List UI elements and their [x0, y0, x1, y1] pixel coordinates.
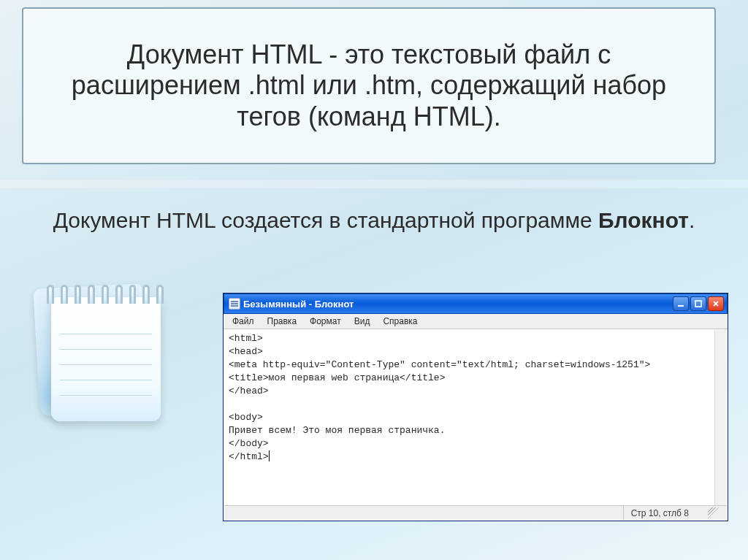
text-caret	[269, 450, 270, 461]
notepad-app-icon	[29, 272, 168, 418]
subtitle-text-bold: Блокнот	[598, 208, 689, 232]
close-icon	[712, 300, 720, 307]
maximize-button[interactable]	[690, 296, 706, 311]
subtitle-text-pre: Документ HTML создается в стандартной пр…	[53, 208, 598, 232]
slide-title-text: Документ HTML - это текстовый файл с рас…	[45, 39, 692, 132]
minimize-icon	[677, 300, 684, 307]
decorative-stripe	[0, 180, 748, 188]
titlebar[interactable]: Безымянный - Блокнот	[224, 294, 728, 314]
notepad-icon-page	[51, 297, 161, 421]
statusbar: Стр 10, стлб 8	[224, 505, 727, 520]
editor-area[interactable]: <html> <head> <meta http-equiv="Content-…	[224, 330, 727, 505]
notepad-icon-lines	[60, 319, 152, 407]
menubar: Файл Правка Формат Вид Справка	[224, 314, 728, 329]
minimize-button[interactable]	[673, 296, 689, 311]
presentation-slide: Документ HTML - это текстовый файл с рас…	[0, 0, 748, 560]
svg-rect-0	[678, 305, 684, 307]
notepad-file-icon	[229, 298, 240, 310]
slide-title-box: Документ HTML - это текстовый файл с рас…	[22, 7, 716, 164]
cursor-position: Стр 10, стлб 8	[623, 506, 705, 520]
svg-rect-1	[695, 301, 701, 307]
menu-view[interactable]: Вид	[348, 315, 376, 328]
menu-file[interactable]: Файл	[226, 315, 260, 328]
maximize-icon	[695, 300, 702, 307]
subtitle-text-post: .	[689, 208, 695, 232]
notepad-icon-spiral	[47, 285, 164, 307]
notepad-window: Безымянный - Блокнот Файл Правка Формат …	[223, 293, 728, 521]
close-button[interactable]	[708, 296, 724, 311]
menu-format[interactable]: Формат	[304, 315, 347, 328]
editor-content: <html> <head> <meta http-equiv="Content-…	[224, 330, 727, 466]
window-control-buttons	[673, 296, 724, 311]
vertical-scrollbar[interactable]	[714, 330, 727, 505]
menu-help[interactable]: Справка	[377, 315, 423, 328]
window-title: Безымянный - Блокнот	[243, 299, 354, 310]
slide-subtitle: Документ HTML создается в стандартной пр…	[0, 208, 748, 233]
menu-edit[interactable]: Правка	[262, 315, 303, 328]
resize-grip-icon[interactable]	[708, 507, 720, 519]
